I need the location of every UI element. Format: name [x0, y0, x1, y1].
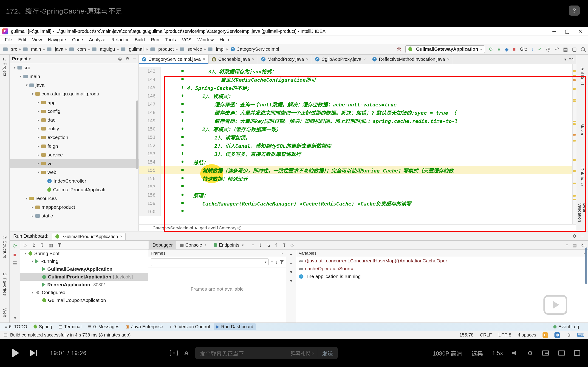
- danmaku-input[interactable]: 发个弹幕见证当下 弹幕礼仪 > 发送: [195, 347, 338, 359]
- toolwindow-event-log[interactable]: Event Log: [551, 323, 582, 330]
- tree-item-gulimallproductapplication[interactable]: GulimallProductApplication [devtools]: [20, 273, 148, 281]
- tree-item-main[interactable]: ▾main: [10, 72, 138, 81]
- danmaku-etiquette-link[interactable]: 弹幕礼仪 >: [291, 350, 314, 357]
- tree-item-web[interactable]: ▾web: [10, 168, 138, 177]
- stop-application-button[interactable]: ■: [13, 252, 16, 257]
- tree-item-gulimallcouponapplication[interactable]: GulimallCouponApplication: [20, 296, 148, 304]
- tree-chevron-icon[interactable]: ▸: [36, 144, 41, 148]
- tree-item-gulimallproductapplicati[interactable]: GulimallProductApplicati: [10, 185, 138, 194]
- tree-item-service[interactable]: ▸service: [10, 150, 138, 159]
- tree-chevron-icon[interactable]: ▸: [36, 161, 41, 166]
- error-stripe[interactable]: [572, 64, 576, 224]
- stop-button[interactable]: ■: [513, 47, 516, 52]
- tree-chevron-icon[interactable]: ▾: [24, 83, 29, 87]
- menu-build[interactable]: Build: [132, 37, 148, 42]
- menu-refactor[interactable]: Refactor: [108, 37, 132, 42]
- filter-icon[interactable]: [280, 260, 284, 264]
- add-watch-button[interactable]: +: [290, 252, 292, 257]
- pin-button[interactable]: ☰: [13, 261, 17, 266]
- strip-button-1-project[interactable]: 1: Project: [2, 58, 7, 76]
- player-settings-icon[interactable]: ⚙: [527, 349, 533, 357]
- chevron-down-icon[interactable]: ▾: [29, 57, 31, 61]
- menu-window[interactable]: Window: [194, 37, 216, 42]
- hidden-tabs-count[interactable]: ≡4: [569, 57, 574, 62]
- debugger-tab-console[interactable]: Console↗: [176, 241, 210, 249]
- editor-tab[interactable]: CReflectiveMethodInvocation.java×: [369, 55, 453, 64]
- speed-button[interactable]: 1.5x: [492, 350, 503, 357]
- maximize-button[interactable]: ▢: [565, 28, 570, 34]
- frame-down-button[interactable]: ↓: [275, 259, 278, 265]
- tree-chevron-icon[interactable]: ▸: [36, 127, 41, 131]
- chevron-down-icon[interactable]: ▾: [564, 57, 566, 62]
- debug-button[interactable]: ●: [498, 47, 501, 52]
- variables-row[interactable]: oocacheOperationSource: [296, 265, 588, 273]
- move-down-icon[interactable]: ▾: [290, 278, 292, 284]
- tree-chevron-icon[interactable]: ▸: [36, 109, 41, 113]
- strip-button-7-structure[interactable]: 7: Structure: [2, 236, 7, 258]
- breadcrumb-item-main[interactable]: main: [23, 47, 41, 52]
- breadcrumb-item-product[interactable]: product: [150, 47, 174, 52]
- tree-chevron-icon[interactable]: ▾: [30, 92, 35, 96]
- resume-button[interactable]: ⟳: [290, 242, 294, 248]
- menu-help[interactable]: Help: [216, 37, 232, 42]
- next-video-button[interactable]: [30, 350, 37, 356]
- strip-button-web[interactable]: Web: [2, 308, 7, 317]
- rerun-application-button[interactable]: ⟳: [13, 244, 17, 249]
- debugger-tab-debugger[interactable]: Debugger: [149, 241, 176, 249]
- editor-layout-button[interactable]: ▢: [572, 47, 577, 52]
- remove-watch-button[interactable]: −: [290, 261, 292, 266]
- quality-button[interactable]: 1080P 高清: [433, 349, 462, 357]
- keyboard-icon[interactable]: ⌨: [577, 332, 584, 338]
- breadcrumb-class[interactable]: CategoryServiceImpl: [153, 225, 193, 231]
- tree-chevron-icon[interactable]: ▸: [30, 205, 35, 209]
- toolwindow-6-todo[interactable]: ≡6: TODO: [2, 323, 30, 330]
- strip-button-database[interactable]: Database: [580, 167, 585, 186]
- editor-tab[interactable]: CMethodProxy.java×: [258, 55, 312, 64]
- variables-row[interactable]: oo((java.util.concurrent.ConcurrentHashM…: [296, 257, 588, 265]
- indent-setting[interactable]: 4 spaces: [518, 332, 536, 338]
- run-dashboard-tab[interactable]: GulimallProductApplication ×: [52, 233, 126, 240]
- ime-chinese-icon[interactable]: 中: [554, 332, 560, 338]
- close-icon[interactable]: ×: [203, 57, 205, 62]
- close-icon[interactable]: ×: [363, 57, 366, 62]
- moon-icon[interactable]: ☽: [566, 332, 571, 338]
- project-scrollbar[interactable]: [136, 100, 138, 169]
- dashboard-scrollbar[interactable]: [585, 248, 587, 284]
- danmaku-settings-icon[interactable]: ≡: [170, 350, 178, 356]
- tree-chevron-icon[interactable]: ▸: [36, 100, 41, 105]
- collapse-all-button[interactable]: ↧: [40, 242, 44, 248]
- tree-item-com-atguigu-gulimall-produ[interactable]: ▾com.atguigu.gulimall.produ: [10, 90, 138, 98]
- tree-item-app[interactable]: ▸app: [10, 98, 138, 107]
- git-update-button[interactable]: ↓: [531, 47, 534, 52]
- dashboard-minimize-button[interactable]: ─: [581, 233, 584, 239]
- editor-tab[interactable]: CCategoryServiceImpl.java×: [139, 55, 208, 64]
- tree-chevron-icon[interactable]: ▾: [23, 251, 28, 256]
- tree-item-src[interactable]: ▾src: [10, 63, 138, 72]
- tree-chevron-icon[interactable]: ▾: [24, 196, 29, 200]
- tree-item-exception[interactable]: ▸exception: [10, 133, 138, 142]
- strip-button-ant-build[interactable]: Ant Build: [580, 67, 585, 85]
- editor-tab[interactable]: @Cacheable.java×: [208, 55, 258, 64]
- project-settings-button[interactable]: ⚙: [125, 56, 129, 61]
- file-encoding[interactable]: UTF-8: [498, 332, 511, 338]
- move-down-icon[interactable]: ▾: [290, 269, 292, 275]
- tree-item-dao[interactable]: ▸dao: [10, 116, 138, 124]
- thread-selector[interactable]: ▾: [151, 259, 268, 266]
- breadcrumb-item-categoryserviceimpl[interactable]: CCategoryServiceImpl: [231, 47, 279, 52]
- tree-chevron-icon[interactable]: ▾: [12, 66, 17, 70]
- refresh-button[interactable]: ⟳: [23, 242, 27, 248]
- danmaku-send-button[interactable]: 发送: [318, 349, 333, 357]
- breadcrumb-item-gulimall[interactable]: gulimall: [121, 47, 145, 52]
- editor-tab[interactable]: CCglibAopProxy.java×: [312, 55, 369, 64]
- view-options-button[interactable]: ≡: [566, 242, 569, 248]
- tree-chevron-icon[interactable]: ▾: [30, 290, 35, 294]
- tree-item-static[interactable]: ▸static: [10, 211, 138, 220]
- tree-item-renrenapplication[interactable]: RenrenApplication :8080/: [20, 281, 148, 289]
- breadcrumb-item-impl[interactable]: impl: [208, 47, 225, 52]
- play-button[interactable]: [12, 348, 19, 358]
- panel-arrow-icon[interactable]: →: [280, 251, 284, 256]
- mini-player-icon[interactable]: [542, 350, 549, 356]
- toolwindow-9-version-control[interactable]: ↕9: Version Control: [167, 323, 212, 330]
- strip-button-bean-validation[interactable]: Bean Validation: [577, 203, 587, 231]
- tree-item-indexcontroller[interactable]: CIndexController: [10, 177, 138, 185]
